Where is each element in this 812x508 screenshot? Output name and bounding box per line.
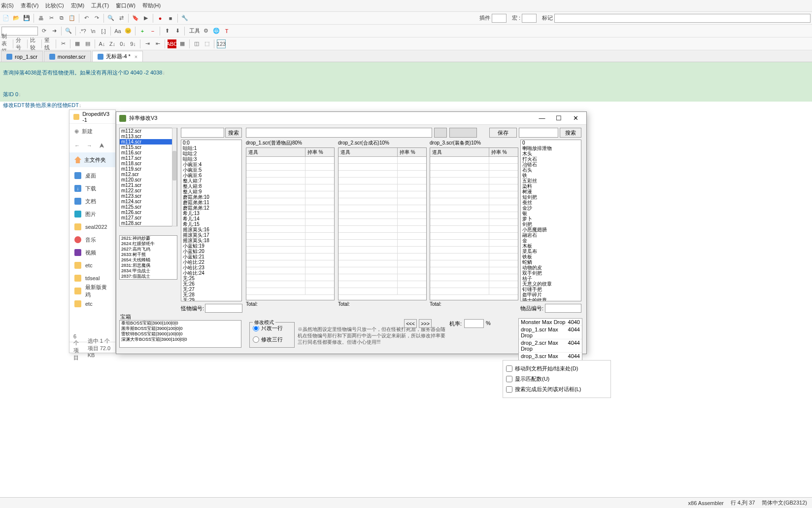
- right-item-entry[interactable]: 0: [521, 140, 581, 145]
- item-entry[interactable]: 无:26: [181, 281, 241, 287]
- chest-entry[interactable]: 黑帝斯BOSS宝箱|3900|100|0|0: [120, 326, 241, 331]
- fileexp-item[interactable]: etc: [69, 297, 115, 310]
- file-item[interactable]: m120.scr: [120, 177, 177, 182]
- fileexp-item[interactable]: 音乐: [69, 233, 115, 246]
- item-entry[interactable]: 小哈比:22: [181, 259, 241, 265]
- tab-untitled4[interactable]: 无标题-4 *×: [92, 51, 143, 62]
- file-item[interactable]: m128.scr: [120, 220, 177, 226]
- fileexp-item[interactable]: 桌面: [69, 169, 115, 182]
- next-button[interactable]: >>>: [419, 319, 432, 328]
- tb-find-icon[interactable]: 🔍: [106, 14, 115, 23]
- tb3-sortaz-icon[interactable]: A↓: [98, 39, 106, 48]
- item-entry[interactable]: 咕咕:3: [181, 156, 241, 162]
- tb3-compare-icon[interactable]: 比较: [30, 39, 39, 48]
- item-entry[interactable]: 小蓝鲸:21: [181, 254, 241, 259]
- tb3-scissors-icon[interactable]: ✂: [59, 39, 68, 48]
- drop-table-3[interactable]: 道具掉率 %: [430, 147, 518, 300]
- menu-help[interactable]: 帮助(H): [142, 2, 161, 9]
- item-entry[interactable]: 咕咕:2: [181, 151, 241, 156]
- item-entry[interactable]: 小哈比:23: [181, 265, 241, 270]
- tb3-rows-icon[interactable]: ▤: [83, 39, 92, 48]
- tb-replace-icon[interactable]: ⇄: [117, 14, 126, 23]
- right-item-entry[interactable]: 铁板: [521, 254, 581, 259]
- radio-input[interactable]: [253, 336, 259, 343]
- close-icon[interactable]: ×: [135, 54, 137, 60]
- right-item-entry[interactable]: 萝卜: [521, 216, 581, 221]
- right-item-entry[interactable]: 木头: [521, 151, 581, 156]
- scroll-thumb[interactable]: [172, 151, 176, 181]
- right-item-listbox[interactable]: 0喇啪放排泄物木头打火石冶链石石头铁五彩丝染料树液短剑把蚕丝金沙银萝卜剑把小恶魔…: [520, 140, 581, 301]
- right-item-entry[interactable]: 石头: [521, 167, 581, 173]
- tb3-cols-icon[interactable]: ▦: [73, 39, 82, 48]
- file-listbox[interactable]: m112.scrm113.scrm114.scrm115.scrm116.scr…: [119, 128, 177, 226]
- monster-entry[interactable]: 2837:假面战士: [120, 274, 177, 279]
- monster-listbox[interactable]: 2621:神鸡炒蘑2624:红眼鬃牦牛2627:高尚飞鸡2633:树干熊2654…: [119, 235, 177, 280]
- tab-monster[interactable]: monster.scr: [44, 51, 91, 62]
- fileexp-item[interactable]: seal2022: [69, 220, 115, 233]
- tb-copy-icon[interactable]: ⧉: [57, 14, 66, 23]
- right-item-entry[interactable]: 蛇鳞: [521, 259, 581, 265]
- search-input-2[interactable]: [519, 128, 558, 138]
- tb2-regex-icon[interactable]: .*?: [78, 27, 87, 36]
- menu-macro[interactable]: 宏(M): [71, 2, 85, 9]
- right-item-entry[interactable]: 冶链石: [521, 162, 581, 167]
- right-item-entry[interactable]: 打火石: [521, 156, 581, 162]
- item-entry[interactable]: 希儿:13: [181, 211, 241, 216]
- tb2-plus-icon[interactable]: +: [138, 27, 147, 36]
- right-item-entry[interactable]: 木板: [521, 243, 581, 249]
- fileexp-item[interactable]: 视频: [69, 246, 115, 259]
- right-item-entry[interactable]: 骑士的纹章: [521, 297, 581, 301]
- tb3-grid-icon[interactable]: ▦: [178, 39, 187, 48]
- item-entry[interactable]: 小豌豆:6: [181, 173, 241, 178]
- item-entry[interactable]: 摇滚莫头:16: [181, 227, 241, 232]
- menu-tools[interactable]: 工具(T): [91, 2, 109, 9]
- minimize-button[interactable]: —: [534, 113, 550, 123]
- tb2-minus-icon[interactable]: −: [148, 27, 157, 36]
- item-entry[interactable]: 整人箱:7: [181, 178, 241, 183]
- item-listbox[interactable]: 0:0咕咕:1咕咕:2咕咕:3小豌豆:4小豌豆:5小豌豆:6整人箱:7整人箱:8…: [181, 140, 242, 301]
- file-item[interactable]: m124.scr: [120, 199, 177, 204]
- monster-id-input[interactable]: [205, 304, 242, 313]
- tb-print-icon[interactable]: 🖶: [36, 14, 45, 23]
- search-button-2[interactable]: 搜索: [560, 128, 581, 138]
- menu-window[interactable]: 窗口(W): [116, 2, 135, 9]
- item-entry[interactable]: 0:0: [181, 140, 241, 145]
- right-item-entry[interactable]: 短剑把: [521, 194, 581, 200]
- tb3-num-icon[interactable]: 123: [217, 39, 226, 48]
- item-entry[interactable]: 无:28: [181, 292, 241, 297]
- item-entry[interactable]: 咕咕:1: [181, 145, 241, 151]
- gray-button-2[interactable]: [449, 128, 477, 138]
- fileexp-item[interactable]: 文档: [69, 195, 115, 208]
- tb-paste-icon[interactable]: 📋: [68, 14, 76, 23]
- name-input[interactable]: [246, 128, 432, 138]
- right-item-entry[interactable]: 钉锤手把: [521, 287, 581, 292]
- tb-new-icon[interactable]: 📄: [1, 14, 10, 23]
- right-item-entry[interactable]: 盔甲碎片: [521, 292, 581, 297]
- right-item-entry[interactable]: 菜瓜布: [521, 249, 581, 254]
- macro-input[interactable]: [522, 14, 537, 23]
- tb3-sort90-icon[interactable]: 9↓: [129, 39, 137, 48]
- tb3-sortza-icon[interactable]: Z↓: [108, 39, 117, 48]
- item-entry[interactable]: 蘑菇弟弟:10: [181, 194, 241, 200]
- back-icon[interactable]: ←: [74, 143, 80, 148]
- right-item-entry[interactable]: 喇啪放排泄物: [521, 145, 581, 151]
- file-item[interactable]: m12.scr: [120, 172, 177, 177]
- drop-table-2[interactable]: 道具掉率 %: [338, 147, 427, 300]
- tb-redo-icon[interactable]: ↷: [92, 14, 101, 23]
- item-entry[interactable]: 无:25: [181, 276, 241, 281]
- item-entry[interactable]: 小蓝鲸:19: [181, 243, 241, 249]
- right-item-entry[interactable]: 蚕丝: [521, 200, 581, 205]
- right-item-entry[interactable]: 五彩丝: [521, 178, 581, 183]
- dropedit-titlebar[interactable]: 掉率修改V3 — ☐ ✕: [116, 112, 586, 125]
- item-entry[interactable]: 小哈比:24: [181, 270, 241, 276]
- item-entry[interactable]: 无:27: [181, 287, 241, 292]
- tb2-globe-icon[interactable]: 🌐: [212, 27, 221, 36]
- tb-record-icon[interactable]: ●: [156, 14, 165, 23]
- file-item[interactable]: m118.scr: [120, 161, 177, 166]
- right-item-entry[interactable]: 动物的皮: [521, 265, 581, 270]
- up-icon[interactable]: ⮝: [99, 143, 104, 148]
- tb3-sort09-icon[interactable]: 0↓: [118, 39, 127, 48]
- tb3-col-icon[interactable]: 分号: [16, 39, 25, 48]
- file-item[interactable]: m122.scr: [120, 188, 177, 193]
- fileexp-item[interactable]: ↓下载: [69, 182, 115, 195]
